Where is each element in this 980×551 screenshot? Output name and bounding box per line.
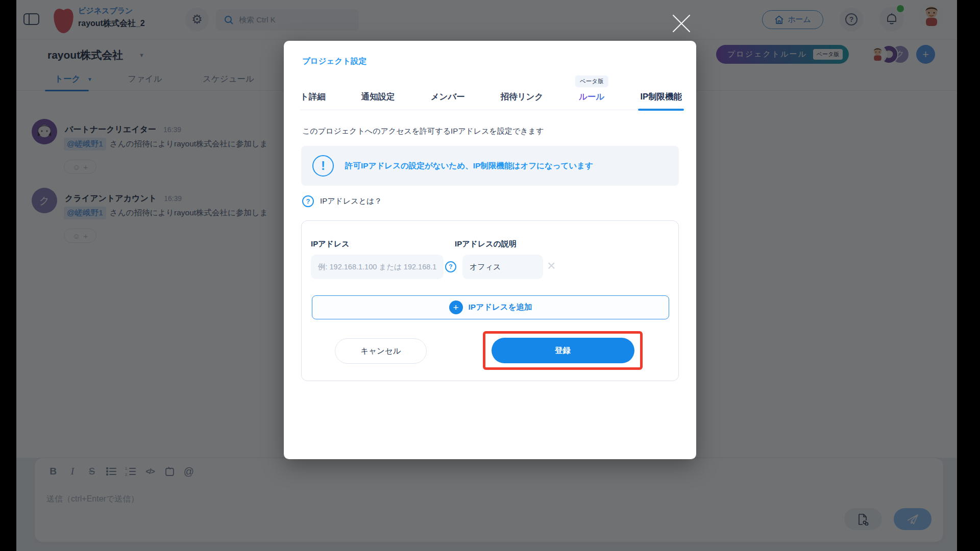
modal-tab-bar: ト詳細 通知設定 メンバー 招待リンク ベータ版 ルール IP制限機能	[300, 73, 682, 110]
modal-tab-members[interactable]: メンバー	[431, 91, 465, 110]
screen: ビジネスプラン rayout株式会社_2 ⚙ 検索 Ctrl K ホーム ?	[0, 0, 980, 551]
submit-button[interactable]: 登録	[492, 338, 634, 363]
modal-close-button[interactable]	[669, 11, 694, 36]
modal-tab-project-details[interactable]: ト詳細	[300, 91, 326, 110]
ip-address-form: IPアドレス IPアドレスの説明 ? × + IPアドレスを追加 キャンセル 登…	[301, 220, 679, 381]
project-settings-modal: プロジェクト設定 ト詳細 通知設定 メンバー 招待リンク ベータ版 ルール IP…	[284, 41, 696, 459]
ip-format-help-icon[interactable]: ?	[445, 261, 456, 272]
info-banner-text: 許可IPアドレスの設定がないため、IP制限機能はオフになっています	[345, 161, 593, 171]
delete-row-icon[interactable]: ×	[547, 258, 555, 274]
exclamation-icon: !	[312, 155, 334, 177]
add-ip-label: IPアドレスを追加	[469, 302, 532, 313]
annotation-highlight-box: 登録	[483, 331, 643, 370]
ip-description-label: IPアドレスの説明	[455, 239, 517, 249]
modal-tab-rules[interactable]: ベータ版 ルール	[579, 91, 604, 110]
modal-tab-ip-restriction[interactable]: IP制限機能	[640, 91, 682, 110]
question-icon: ?	[302, 195, 314, 207]
ip-address-input[interactable]	[311, 255, 444, 279]
modal-title: プロジェクト設定	[302, 56, 366, 67]
info-banner: ! 許可IPアドレスの設定がないため、IP制限機能はオフになっています	[301, 146, 679, 186]
ip-help-link[interactable]: ? IPアドレスとは？	[302, 195, 382, 207]
modal-tab-notifications[interactable]: 通知設定	[361, 91, 395, 110]
beta-badge: ベータ版	[575, 76, 608, 87]
ip-address-label: IPアドレス	[311, 239, 350, 249]
cancel-button[interactable]: キャンセル	[335, 338, 427, 364]
ip-description-input[interactable]	[462, 255, 543, 279]
add-ip-button[interactable]: + IPアドレスを追加	[312, 295, 669, 319]
modal-tab-invite-link[interactable]: 招待リンク	[501, 91, 544, 110]
plus-icon: +	[449, 300, 463, 314]
ip-restriction-description: このプロジェクトへのアクセスを許可するIPアドレスを設定できます	[302, 127, 544, 136]
ip-help-label: IPアドレスとは？	[320, 196, 382, 206]
